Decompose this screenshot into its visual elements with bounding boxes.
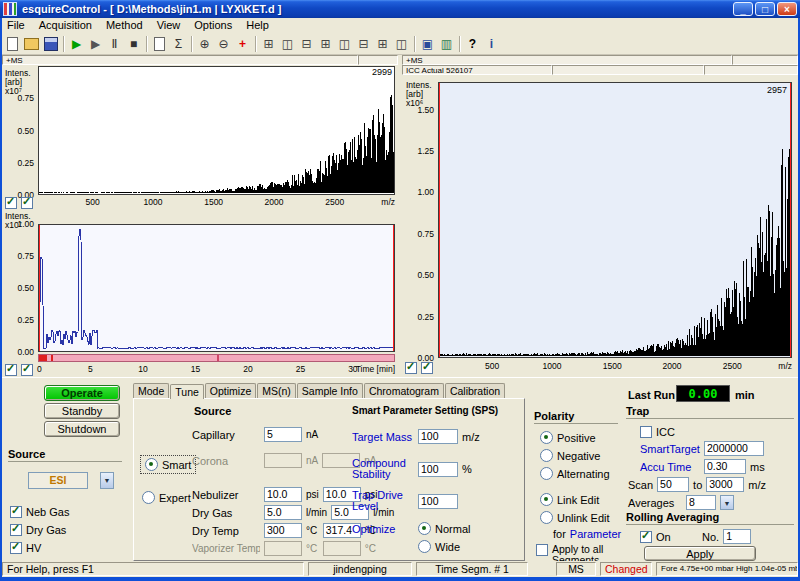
link-edit-radio[interactable] [540,493,553,506]
parameter-link[interactable]: Parameter [570,528,621,540]
method-editor-icon[interactable] [151,35,168,53]
spectrum1-header-extra [358,55,398,65]
y-tick-label: 1.50 [417,105,434,115]
title-bar[interactable]: esquireControl - [ D:\Methods\jin1.m | L… [0,0,800,18]
x-tick-label: 2000 [663,361,682,371]
scan-from-input[interactable]: 50 [657,477,689,492]
status-bar: For Help, press F1 jindengping Time Segm… [0,561,800,577]
spectrum1-plot[interactable]: 2999 [38,66,395,195]
standby-button[interactable]: Standby [44,403,120,419]
view-layout-1-icon[interactable]: ⊞ [260,35,277,53]
smart-target-input[interactable]: 2000000 [704,441,764,456]
tab-calibration[interactable]: Calibration [445,383,505,398]
smart-target-row: SmartTarget 2000000 [640,441,764,456]
tab-sample-info[interactable]: Sample Info [297,383,363,398]
about-icon[interactable]: i [483,35,500,53]
smart-mode-label: Smart [162,459,191,471]
alternating-radio[interactable] [540,467,553,480]
close-icon[interactable]: × [777,2,797,16]
rolling-on-checkbox[interactable] [640,531,652,543]
open-method-icon[interactable] [23,35,40,53]
pause-acquisition-icon[interactable]: Ⅱ [106,35,123,53]
negative-radio[interactable] [540,449,553,462]
scan-to-input[interactable]: 3000 [706,477,744,492]
zoom-in-icon[interactable]: ⊕ [196,35,213,53]
view-layout-5-icon[interactable]: ◫ [336,35,353,53]
display-settings-icon[interactable]: ▣ [419,35,436,53]
help-icon[interactable]: ? [464,35,481,53]
target-mass-input[interactable]: 100 [418,429,458,444]
view-layout-2-icon[interactable]: ◫ [279,35,296,53]
tune-tab-panel: Smart Expert Source Capillary 5 nA Coron… [133,398,525,561]
spectrum1-peak-label: 2999 [372,67,392,77]
instrument-status-icon[interactable]: ▥ [438,35,455,53]
zoom-reset-icon[interactable]: + [234,35,251,53]
menu-view[interactable]: View [150,18,188,33]
view-layout-6-icon[interactable]: ⊟ [355,35,372,53]
save-method-icon[interactable] [42,35,59,53]
rolling-on-label: On [656,531,671,543]
chromatogram-scrollbar[interactable] [38,354,395,362]
view-layout-7-icon[interactable]: ⊞ [374,35,391,53]
view-layout-4-icon[interactable]: ⊞ [317,35,334,53]
neb-gas-checkbox[interactable] [10,506,22,518]
view-layout-8-icon[interactable]: ◫ [393,35,410,53]
tab-optimize[interactable]: Optimize [205,383,256,398]
dry-gas-flow-input[interactable]: 5.0 [264,505,302,520]
status-help: For Help, press F1 [2,562,304,576]
optimize-wide-radio[interactable] [418,540,431,553]
scan-unit: m/z [748,479,766,491]
capillary-unit: nA [306,429,330,440]
view-layout-3-icon[interactable]: ⊟ [298,35,315,53]
dry-temp-input[interactable]: 300 [264,523,302,538]
hv-checkbox[interactable] [10,542,22,554]
nebulizer-input[interactable]: 10.0 [264,487,302,502]
averages-dropdown-icon[interactable]: ▼ [720,495,734,510]
optimize-normal-radio[interactable] [418,522,431,535]
tab-chromatogram[interactable]: Chromatogram [364,383,444,398]
apply-button[interactable]: Apply [644,546,756,561]
menu-file[interactable]: File [0,18,32,33]
smart-mode-radio[interactable] [145,458,158,471]
icc-checkbox[interactable] [640,426,652,438]
chromatogram-plot[interactable] [38,224,395,352]
menu-help[interactable]: Help [239,18,276,33]
new-method-icon[interactable] [4,35,21,53]
optimize-label: Optimize [352,523,414,535]
stop-acquisition-icon[interactable]: ■ [125,35,142,53]
shutdown-button[interactable]: Shutdown [44,421,120,437]
maximize-icon[interactable]: □ [755,2,775,16]
operate-button[interactable]: Operate [44,385,120,401]
x-tick-label: 2000 [265,197,284,207]
expert-mode-radio[interactable] [142,491,155,504]
dry-gas-checkbox[interactable] [10,524,22,536]
menu-options[interactable]: Options [187,18,239,33]
trace2-checkbox[interactable] [421,362,433,374]
apply-all-checkbox[interactable] [536,544,548,556]
source-type-select[interactable]: ESI [28,472,88,489]
trace1-checkbox[interactable] [405,362,417,374]
compound-stability-input[interactable]: 100 [418,462,458,477]
calibration-tool-icon[interactable]: Σ [170,35,187,53]
tab-tune[interactable]: Tune [170,384,204,399]
trap-drive-input[interactable]: 100 [418,494,458,509]
accu-time-input[interactable]: 0.30 [704,459,746,474]
optimize-normal-label: Normal [435,523,470,535]
run-acquisition-icon[interactable]: ▶ [68,35,85,53]
tab-mode[interactable]: Mode [133,383,169,398]
tab-msn[interactable]: MS(n) [257,383,296,398]
trace2-checkbox[interactable] [21,364,33,376]
zoom-out-icon[interactable]: ⊖ [215,35,232,53]
trace1-checkbox[interactable] [5,364,17,376]
minimize-icon[interactable]: _ [733,2,753,16]
source-type-dropdown-icon[interactable]: ▼ [100,472,114,489]
menu-method[interactable]: Method [99,18,150,33]
menu-acquisition[interactable]: Acquisition [32,18,99,33]
capillary-input[interactable]: 5 [264,427,302,442]
spectrum2-plot[interactable]: 2957 [438,82,792,358]
averages-select[interactable]: 8 [686,495,716,510]
rolling-no-input[interactable]: 1 [723,529,751,544]
unlink-edit-radio[interactable] [540,511,553,524]
acquire-single-icon[interactable]: ▶ [87,35,104,53]
positive-radio[interactable] [540,431,553,444]
